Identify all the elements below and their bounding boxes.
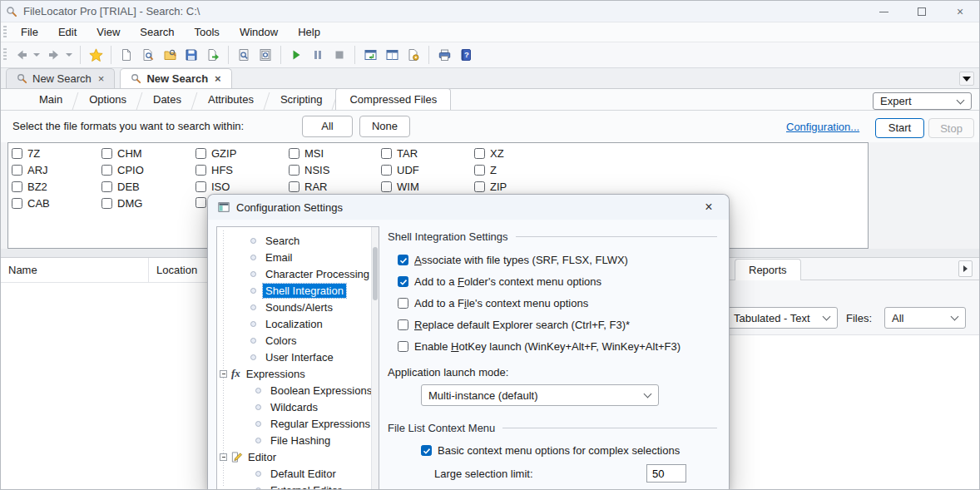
tree-item-file-hashing[interactable]: File Hashing xyxy=(217,432,333,448)
search-mode-select[interactable]: Expert xyxy=(873,92,972,110)
start-button[interactable]: Start xyxy=(875,118,924,138)
configuration-link[interactable]: Configuration... xyxy=(786,121,859,133)
large-selection-limit-input[interactable] xyxy=(646,464,686,483)
tree-item-character-processing[interactable]: Character Processing xyxy=(217,265,372,282)
tree-collapse-icon[interactable] xyxy=(220,370,227,378)
dialog-close-button[interactable]: × xyxy=(699,197,719,217)
start-search-button[interactable] xyxy=(285,44,307,66)
back-button[interactable] xyxy=(11,44,32,66)
export-button[interactable] xyxy=(202,44,224,66)
format-checkbox-hfs[interactable]: HFS xyxy=(196,164,236,176)
menu-file[interactable]: File xyxy=(11,22,48,42)
format-checkbox-tar[interactable]: TAR xyxy=(381,147,419,160)
format-checkbox-bz2[interactable]: BZ2 xyxy=(12,181,50,193)
files-select[interactable]: All xyxy=(884,307,966,329)
window-options-button[interactable] xyxy=(403,44,424,66)
format-checkbox-cab[interactable]: CAB xyxy=(12,197,50,210)
select-all-button[interactable]: All xyxy=(302,116,353,137)
tree-item-shell-integration[interactable]: Shell Integration xyxy=(217,282,346,299)
tree-item-email[interactable]: Email xyxy=(217,249,295,265)
tree-item-search[interactable]: Search xyxy=(217,232,302,249)
menu-edit[interactable]: Edit xyxy=(48,22,87,42)
format-checkbox-zip[interactable]: ZIP xyxy=(474,181,507,193)
tree-collapse-icon[interactable] xyxy=(220,453,227,461)
stop-search-button[interactable] xyxy=(329,44,350,66)
format-checkbox-xz[interactable]: XZ xyxy=(474,147,507,160)
tab-close-icon[interactable]: × xyxy=(213,72,223,85)
tab-scroll-right-button[interactable] xyxy=(958,260,973,277)
tab-scripting[interactable]: Scripting xyxy=(267,89,336,110)
tree-item-expressions[interactable]: fxExpressions xyxy=(217,365,308,382)
preview-button[interactable] xyxy=(233,44,255,66)
format-checkbox-z[interactable]: Z xyxy=(474,164,507,176)
close-button[interactable]: × xyxy=(941,1,979,22)
print-button[interactable] xyxy=(433,44,455,66)
scrollbar-thumb[interactable] xyxy=(373,247,378,300)
format-checkbox-arj[interactable]: ARJ xyxy=(12,164,50,176)
format-checkbox-nsis[interactable]: NSIS xyxy=(289,164,329,176)
tab-close-icon[interactable]: × xyxy=(97,72,106,85)
tab-compressed-files[interactable]: Compressed Files xyxy=(335,88,451,110)
format-checkbox-msi[interactable]: MSI xyxy=(289,147,329,160)
tab-main[interactable]: Main xyxy=(26,89,76,110)
tree-item-colors[interactable]: Colors xyxy=(217,332,299,349)
window-layout-button[interactable] xyxy=(381,44,403,66)
format-checkbox-dmg[interactable]: DMG xyxy=(101,197,144,210)
format-checkbox-chm[interactable]: CHM xyxy=(101,147,144,160)
tree-item-default-editor[interactable]: Default Editor xyxy=(217,465,339,482)
new-search-button[interactable] xyxy=(116,44,137,66)
format-checkbox-deb[interactable]: DEB xyxy=(101,181,144,193)
tab-new-search-2[interactable]: New Search × xyxy=(120,68,231,88)
tab-new-search-1[interactable]: New Search × xyxy=(6,68,115,88)
tab-reports[interactable]: Reports xyxy=(735,259,801,280)
checkbox-folder-context-menu[interactable]: Add to a Folder's context menu options xyxy=(398,275,601,288)
checkbox-associate-file-types[interactable]: Associate with file types (SRF, FLSX, FL… xyxy=(398,254,628,266)
tab-dates[interactable]: Dates xyxy=(140,89,195,110)
format-checkbox-wim[interactable]: WIM xyxy=(381,181,419,193)
checkbox-hotkey-launch[interactable]: Enable HotKey launch (WinKey+Alt+F, WinK… xyxy=(398,340,681,353)
checkbox-file-context-menu[interactable]: Add to a File's context menu options xyxy=(398,297,588,309)
tree-item-boolean-expressions[interactable]: Boolean Expressions xyxy=(217,382,374,398)
tree-item-regular-expressions[interactable]: Regular Expressions xyxy=(217,415,373,432)
menu-window[interactable]: Window xyxy=(230,22,288,42)
tab-options[interactable]: Options xyxy=(76,89,140,110)
format-checkbox-7z[interactable]: 7Z xyxy=(12,147,50,160)
back-dropdown-icon[interactable] xyxy=(33,53,40,57)
open-button[interactable] xyxy=(159,44,181,66)
format-checkbox-udf[interactable]: UDF xyxy=(381,164,419,176)
window-restore-button[interactable] xyxy=(359,44,381,66)
stop-button[interactable]: Stop xyxy=(928,118,974,138)
preview-pane-button[interactable] xyxy=(255,44,276,66)
tree-item-localization[interactable]: Localization xyxy=(217,315,325,332)
tab-attributes[interactable]: Attributes xyxy=(195,89,267,110)
menu-help[interactable]: Help xyxy=(288,22,330,42)
maximize-button[interactable] xyxy=(903,1,941,22)
report-format-select[interactable]: Tabulated - Text xyxy=(726,307,838,329)
menu-view[interactable]: View xyxy=(87,22,130,42)
forward-button[interactable] xyxy=(43,44,65,66)
save-button[interactable] xyxy=(181,44,202,66)
format-checkbox-iso[interactable]: ISO xyxy=(196,181,236,193)
tree-item-sounds-alerts[interactable]: Sounds/Alerts xyxy=(217,299,335,315)
launch-mode-select[interactable]: Multi-instance (default) xyxy=(421,384,659,406)
select-none-button[interactable]: None xyxy=(359,116,410,137)
tree-item-wildcards[interactable]: Wildcards xyxy=(217,398,320,415)
menu-search[interactable]: Search xyxy=(130,22,184,42)
format-checkbox-gzip[interactable]: GZIP xyxy=(196,147,236,160)
checkbox-replace-explorer-search[interactable]: Replace default Explorer search (Ctrl+F,… xyxy=(398,319,630,331)
menu-tools[interactable]: Tools xyxy=(185,22,230,42)
favorites-button[interactable] xyxy=(85,44,106,66)
format-checkbox-rar[interactable]: RAR xyxy=(289,181,329,193)
tree-item-editor[interactable]: Editor xyxy=(217,448,279,465)
tree-item-external-editor[interactable]: External Editor xyxy=(217,482,344,490)
open-search-criteria-button[interactable] xyxy=(137,44,159,66)
tab-list-dropdown-button[interactable] xyxy=(959,72,974,86)
pause-search-button[interactable] xyxy=(307,44,329,66)
format-checkbox-cpio[interactable]: CPIO xyxy=(101,164,144,176)
column-header-name[interactable]: Name xyxy=(1,258,149,282)
checkbox-basic-context-menu[interactable]: Basic context menu options for complex s… xyxy=(421,444,680,457)
help-button[interactable]: ? xyxy=(455,44,477,66)
tree-scrollbar[interactable] xyxy=(371,227,379,490)
minimize-button[interactable] xyxy=(864,1,903,22)
tree-item-user-interface[interactable]: User Interface xyxy=(217,349,336,365)
